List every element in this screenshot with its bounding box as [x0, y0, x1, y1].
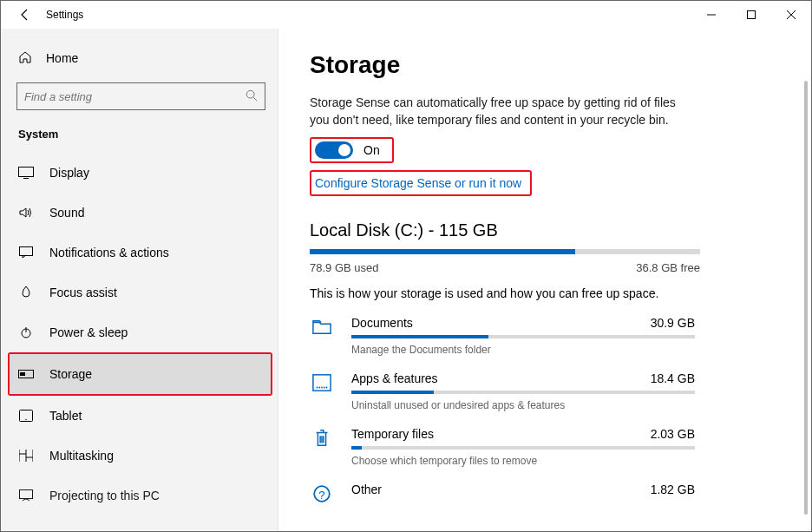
minimize-button[interactable] [691, 1, 731, 29]
category-name: Apps & features [351, 371, 438, 385]
disk-legend: 78.9 GB used 36.8 GB free [310, 261, 700, 274]
search-input[interactable] [24, 90, 246, 103]
category-size: 30.9 GB [651, 316, 695, 330]
home-label: Home [46, 51, 78, 65]
svg-point-24 [321, 387, 323, 389]
category-bar [351, 446, 695, 450]
close-button[interactable] [771, 1, 811, 29]
focus-icon [18, 286, 34, 299]
other-icon: ? [310, 483, 334, 503]
svg-point-14 [25, 419, 26, 420]
category-name: Temporary files [351, 427, 434, 441]
power-icon [18, 326, 34, 338]
sidebar: Home System Display Sound [1, 29, 278, 531]
category-name: Other [351, 483, 382, 496]
nav-label: Power & sleep [49, 325, 128, 339]
category-other[interactable]: ? Other1.82 GB [310, 483, 794, 503]
nav-storage[interactable]: Storage [10, 354, 271, 394]
notifications-icon [18, 246, 34, 259]
display-icon [18, 167, 34, 179]
usage-desc: This is how your storage is used and how… [310, 286, 794, 300]
svg-rect-12 [20, 372, 25, 376]
window-controls [691, 1, 811, 29]
nav-label: Display [49, 166, 89, 180]
nav-multitasking[interactable]: Multitasking [10, 436, 276, 476]
sound-icon [18, 207, 34, 219]
settings-window: Settings Home System Display [0, 0, 812, 532]
search-icon [246, 89, 258, 104]
category-size: 1.82 GB [651, 483, 695, 496]
nav-power-sleep[interactable]: Power & sleep [10, 312, 276, 352]
category-hint: Manage the Documents folder [351, 344, 695, 356]
nav-label: Notifications & actions [49, 246, 169, 259]
window-title: Settings [46, 9, 83, 21]
home-icon [18, 50, 32, 67]
nav-label: Projecting to this PC [49, 489, 160, 502]
category-hint: Choose which temporary files to remove [351, 455, 695, 467]
back-button[interactable] [8, 1, 43, 29]
disk-free-label: 36.8 GB free [636, 261, 700, 274]
svg-text:?: ? [318, 489, 324, 502]
apps-icon [310, 371, 334, 411]
home-nav[interactable]: Home [10, 43, 276, 74]
nav-notifications[interactable]: Notifications & actions [10, 233, 276, 273]
storage-sense-desc: Storage Sense can automatically free up … [310, 95, 683, 128]
category-bar [351, 391, 695, 394]
category-name: Documents [351, 316, 413, 330]
toggle-label: On [363, 143, 380, 157]
disk-used-bar [310, 249, 575, 254]
main-content: Storage Storage Sense can automatically … [278, 29, 811, 531]
projecting-icon [18, 489, 34, 502]
category-label: System [10, 124, 276, 153]
nav-label: Sound [49, 206, 84, 220]
svg-point-25 [324, 387, 325, 389]
category-apps[interactable]: Apps & features18.4 GB Uninstall unused … [310, 371, 794, 411]
documents-icon [310, 316, 334, 356]
nav-sound[interactable]: Sound [10, 193, 276, 233]
category-size: 18.4 GB [651, 371, 695, 385]
category-temp[interactable]: Temporary files2.03 GB Choose which temp… [310, 427, 794, 467]
category-hint: Uninstall unused or undesired apps & fea… [351, 399, 695, 411]
nav-tablet[interactable]: Tablet [10, 396, 276, 436]
category-documents[interactable]: Documents30.9 GB Manage the Documents fo… [310, 316, 794, 356]
svg-rect-8 [20, 247, 33, 256]
category-size: 2.03 GB [651, 427, 695, 441]
search-box[interactable] [16, 82, 265, 110]
svg-point-23 [318, 387, 320, 389]
page-title: Storage [310, 51, 794, 79]
configure-storage-sense-link[interactable]: Configure Storage Sense or run it now [310, 170, 532, 196]
nav-label: Multitasking [49, 449, 114, 463]
svg-line-5 [253, 97, 257, 101]
tablet-icon [18, 410, 34, 422]
scrollbar[interactable] [804, 81, 808, 515]
nav-projecting[interactable]: Projecting to this PC [10, 476, 276, 516]
category-list: Documents30.9 GB Manage the Documents fo… [310, 316, 794, 503]
nav-label: Focus assist [49, 286, 117, 299]
maximize-button[interactable] [731, 1, 771, 29]
svg-point-22 [317, 387, 318, 389]
trash-icon [310, 427, 334, 467]
nav-display[interactable]: Display [10, 153, 276, 193]
storage-icon [18, 370, 34, 378]
disk-free-bar [575, 249, 700, 254]
nav-label: Storage [49, 367, 92, 381]
category-bar [351, 335, 695, 338]
multitasking-icon [18, 450, 34, 462]
nav-label: Tablet [49, 409, 82, 423]
disk-title: Local Disk (C:) - 115 GB [310, 220, 794, 240]
svg-point-26 [326, 387, 328, 389]
disk-usage-bar [310, 249, 700, 254]
svg-rect-20 [20, 490, 33, 499]
svg-rect-1 [748, 11, 756, 19]
disk-used-label: 78.9 GB used [310, 261, 379, 274]
storage-sense-toggle[interactable] [315, 141, 353, 159]
svg-point-4 [246, 90, 254, 98]
nav-focus-assist[interactable]: Focus assist [10, 273, 276, 312]
nav-list: Display Sound Notifications & actions Fo… [10, 153, 276, 516]
titlebar: Settings [1, 1, 811, 29]
svg-rect-6 [19, 167, 34, 177]
